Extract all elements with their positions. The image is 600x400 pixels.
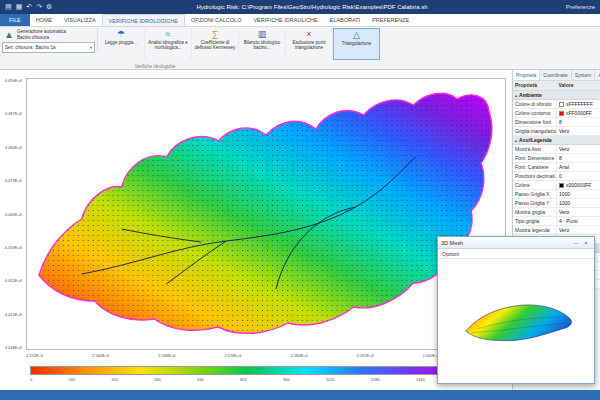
- legend-tick-label: 0: [30, 377, 32, 382]
- property-name: Colore di sfondo: [513, 100, 557, 108]
- mesh-window-titlebar[interactable]: 3D Mesh – ×: [438, 237, 594, 249]
- legend-tick-label: 1280: [371, 377, 380, 382]
- auto-generation-button[interactable]: ▲ Generazione automatica Bacino chiusura: [2, 28, 95, 41]
- application-window: ▤▦↶↷⚙ Hydrologic Risk: C:\Program Files\…: [0, 0, 600, 400]
- y-tick-label: 4.438E+6: [5, 345, 22, 350]
- properties-column-headers: Proprietà Valore: [513, 81, 600, 91]
- property-value: xFFFFFFFF: [557, 100, 600, 108]
- property-name: Passo Griglia Y: [513, 199, 557, 207]
- exclude-points-icon: ×: [306, 29, 311, 40]
- section-ambiente[interactable]: ▴ Ambiente: [513, 91, 600, 100]
- tab-coordinate[interactable]: Coordinate: [540, 70, 571, 80]
- quick-access-icon[interactable]: ⚙: [46, 0, 52, 14]
- property-value-text: Vero: [559, 227, 569, 233]
- x-tick-label: 2.592E+6: [356, 353, 373, 358]
- tab-ar[interactable]: Ar: [595, 70, 600, 80]
- property-row[interactable]: Passo Griglia X 1000: [513, 190, 600, 199]
- property-row[interactable]: Dimensione font 8: [513, 118, 600, 127]
- property-value-text: xFF0000FF: [566, 110, 592, 116]
- exclude-points-button[interactable]: × Esclusione punti triangolazione: [286, 28, 333, 60]
- mesh-window-menubar: Opzioni: [438, 249, 594, 259]
- triangulation-button[interactable]: △ Triangolazione: [333, 28, 380, 60]
- title-bar[interactable]: ▤▦↶↷⚙ Hydrologic Risk: C:\Program Files\…: [0, 0, 600, 14]
- rain-icon: ☂: [117, 29, 125, 40]
- property-value: 8: [557, 154, 600, 162]
- mesh-3d-view[interactable]: [438, 260, 594, 383]
- quick-access-icon[interactable]: ↷: [36, 0, 42, 14]
- property-name: Posizioni decimali: [513, 172, 557, 180]
- property-name: Colore contorno: [513, 109, 557, 117]
- menu-item-opzioni[interactable]: Opzioni: [442, 251, 459, 257]
- water-balance-button[interactable]: ▥ Bilancio idrologico bacino...: [239, 28, 286, 60]
- main-area: 4.494E+64.487E+64.480E+64.473E+64.466E+6…: [0, 70, 600, 390]
- preferences-link[interactable]: Preferenze: [566, 4, 595, 10]
- color-scale-ticks: 01603204806408009601120128014401600: [30, 377, 470, 382]
- property-row[interactable]: Colore contorno xFF0000FF: [513, 109, 600, 118]
- tab-verifiche-idrologiche[interactable]: VERIFICHE IDROLOGICHE: [102, 14, 185, 26]
- runoff-coefficient-button[interactable]: ∑ Coefficiente di deflusso Kennessey: [192, 28, 239, 60]
- close-icon[interactable]: ×: [581, 240, 591, 246]
- property-row[interactable]: Colore x000000FF: [513, 181, 600, 190]
- properties-tab-bar: Proprietà Coordinate System Ar: [513, 70, 600, 81]
- ribbon-tab-bar: FILE HOME VISUALIZZA VERIFICHE IDROLOGIC…: [0, 14, 600, 27]
- tab-elaborati[interactable]: ELABORATI: [324, 14, 366, 26]
- property-value-text: Vero: [559, 146, 569, 152]
- property-row[interactable]: Font: Carattere Arial: [513, 163, 600, 172]
- watershed-map: [27, 79, 505, 349]
- property-row[interactable]: Tipo griglia 4 - Punti: [513, 217, 600, 226]
- triangulation-points: [39, 93, 492, 333]
- property-name: Font: Carattere: [513, 163, 557, 171]
- property-value-text: 0: [559, 173, 562, 179]
- tab-file[interactable]: FILE: [0, 14, 30, 26]
- property-value: Vero: [557, 145, 600, 153]
- closure-section-select[interactable]: Sez. chiusura: Bacino 1a ▾: [2, 42, 95, 53]
- property-value-text: xFFFFFFFF: [566, 101, 593, 107]
- dem-plot[interactable]: [26, 78, 506, 350]
- column-header-valore: Valore: [557, 81, 600, 90]
- tab-system[interactable]: System: [572, 70, 596, 80]
- tab-proprieta[interactable]: Proprietà: [513, 70, 540, 80]
- property-value-text: 4 - Punti: [559, 218, 578, 224]
- closure-select-value: Bacino 1a: [36, 45, 56, 50]
- x-tick-label: 2.552E+6: [26, 353, 43, 358]
- minimize-icon[interactable]: –: [571, 240, 581, 246]
- property-row[interactable]: Font: Dimensione 8: [513, 154, 600, 163]
- property-row[interactable]: Colore di sfondo xFFFFFFFF: [513, 100, 600, 109]
- property-value: Arial: [557, 163, 600, 171]
- triangulation-icon: △: [353, 30, 360, 41]
- property-row[interactable]: Posizioni decimali 0: [513, 172, 600, 181]
- property-row[interactable]: Griglia triangolazione Vero: [513, 127, 600, 136]
- quick-access-icon[interactable]: ↶: [26, 0, 32, 14]
- color-swatch: [559, 102, 564, 107]
- tab-opzioni-calcolo[interactable]: OPZIONI CALCOLO: [185, 14, 247, 26]
- property-value-text: 8: [559, 119, 562, 125]
- y-tick-label: 4.466E+6: [5, 212, 22, 217]
- property-value-text: Vero: [559, 209, 569, 215]
- quick-access-icon[interactable]: ▦: [16, 0, 23, 14]
- tab-verifiche-idrauliche[interactable]: VERIFICHE IDRAULICHE: [247, 14, 323, 26]
- property-value: xFF0000FF: [557, 109, 600, 117]
- property-name: Mostra griglia: [513, 208, 557, 216]
- tab-visualizza[interactable]: VISUALIZZA: [58, 14, 101, 26]
- y-tick-label: 4.480E+6: [5, 145, 22, 150]
- property-name: Colore: [513, 181, 557, 189]
- property-value: Vero: [557, 208, 600, 216]
- y-axis-ticks: 4.494E+64.487E+64.480E+64.473E+64.466E+6…: [0, 78, 24, 350]
- property-value-text: 8: [559, 155, 562, 161]
- x-axis-ticks: 2.552E+62.560E+62.568E+62.576E+62.584E+6…: [26, 353, 506, 358]
- property-row[interactable]: Mostra Assi Vero: [513, 145, 600, 154]
- rain-law-button[interactable]: ☂ Legge pioggia...: [98, 28, 145, 60]
- hydrographic-analysis-button[interactable]: ≈ Analisi idrografica e morfologica...: [145, 28, 192, 60]
- property-row[interactable]: Passo Griglia Y 1000: [513, 199, 600, 208]
- property-row[interactable]: Mostra griglia Vero: [513, 208, 600, 217]
- property-row[interactable]: Mostra legenda Vero: [513, 226, 600, 235]
- y-tick-label: 4.473E+6: [5, 178, 22, 183]
- tab-preferenze[interactable]: PREFERENZE: [366, 14, 415, 26]
- tab-home[interactable]: HOME: [30, 14, 59, 26]
- y-tick-label: 4.452E+6: [5, 278, 22, 283]
- quick-access-icon[interactable]: ▤: [5, 0, 12, 14]
- section-assi-legenda[interactable]: ▴ Assi/Legenda: [513, 136, 600, 145]
- color-swatch: [559, 111, 564, 116]
- collapse-icon: ▴: [515, 138, 517, 143]
- property-value-text: Vero: [559, 128, 569, 134]
